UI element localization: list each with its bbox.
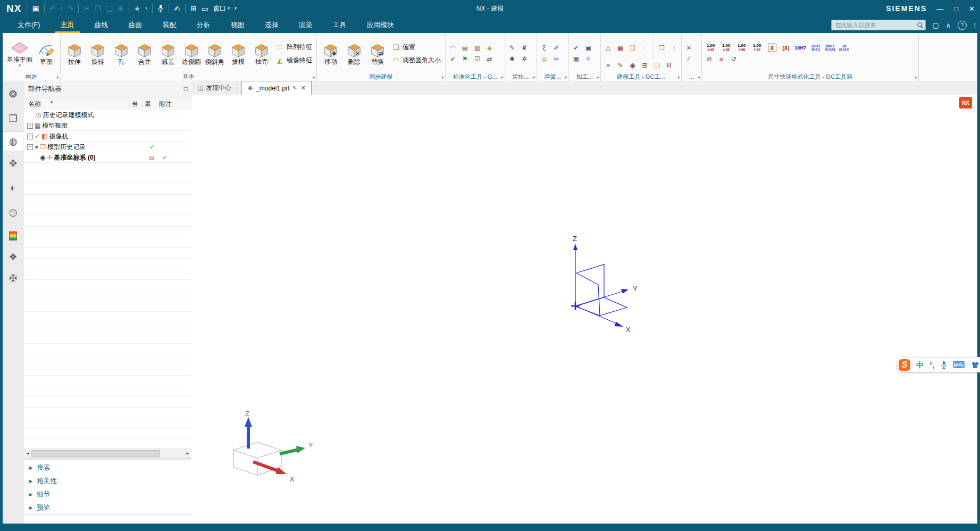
ime-language-mode[interactable]: 中: [916, 361, 924, 369]
group-label-synchronous[interactable]: 同步建模▾: [317, 73, 445, 81]
folder-add-icon[interactable]: ❏: [627, 44, 638, 53]
menu-tab-surface[interactable]: 曲面: [119, 17, 153, 33]
revolve-button[interactable]: 旋转: [86, 42, 110, 65]
tree-row-history-mode[interactable]: ◷ 历史记录建模模式: [24, 110, 191, 120]
float-panel-icon[interactable]: □: [184, 85, 188, 93]
chevron-down-icon[interactable]: ▾: [19, 63, 21, 68]
triangle-icon[interactable]: △: [603, 44, 613, 53]
undo-icon[interactable]: ↶: [49, 5, 56, 12]
roles-icon[interactable]: ✠: [3, 268, 23, 288]
copy-icon[interactable]: ❐: [95, 5, 102, 12]
tab-model1-prt[interactable]: ❖ _model1.prt ✎ ✕: [241, 81, 312, 95]
layers-icon[interactable]: ▤: [460, 44, 470, 53]
minimize-button[interactable]: —: [936, 5, 943, 13]
menu-tab-tools[interactable]: 工具: [323, 17, 357, 33]
check-icon[interactable]: ✔: [571, 44, 581, 53]
command-search[interactable]: [831, 20, 926, 30]
scroll-right-icon[interactable]: ▸: [184, 449, 191, 457]
expander-icon[interactable]: +: [27, 123, 33, 129]
tree-row-datum-csys[interactable]: ◉ ✛ 基准坐标系 (0) ▤ ✓: [24, 152, 191, 163]
search-input[interactable]: [834, 21, 917, 29]
visual-reports-icon[interactable]: ❖: [3, 247, 23, 267]
doc-swap-icon[interactable]: ⇄: [484, 55, 495, 64]
graphics-viewport[interactable]: Z Y X Z Y: [192, 95, 977, 524]
chevron-down-icon[interactable]: ▾: [678, 74, 680, 81]
section-preview[interactable]: ▶预览: [24, 501, 191, 515]
tree-row-model-views[interactable]: + ▦ 模型视图: [24, 120, 191, 131]
ime-skin-icon[interactable]: [971, 361, 979, 369]
close-button[interactable]: ✕: [969, 5, 975, 13]
gears-icon[interactable]: ✲: [520, 55, 530, 64]
chevron-down-icon[interactable]: ▾: [698, 74, 700, 81]
redo-icon[interactable]: ↷: [67, 5, 73, 12]
assembly-navigator-icon[interactable]: ❒: [3, 109, 23, 129]
cut-icon[interactable]: ✂: [83, 5, 90, 12]
slash-dim-icon[interactable]: ⁄: [684, 55, 694, 64]
radius-dim-icon[interactable]: R: [664, 61, 674, 70]
menu-tab-home[interactable]: 主页: [51, 17, 85, 33]
window-layout-icon[interactable]: ▭: [202, 5, 208, 12]
web-browser-icon[interactable]: ◐: [3, 178, 23, 198]
reference-dim-button[interactable]: (X): [782, 45, 789, 51]
shell-button[interactable]: 抽壳: [250, 42, 273, 65]
surface-check-icon[interactable]: ◠: [448, 44, 458, 53]
chevron-down-icon[interactable]: ▾: [915, 74, 917, 81]
gear-edit-icon[interactable]: ✱: [507, 55, 517, 64]
table-icon[interactable]: ▦: [615, 44, 625, 53]
draft-button[interactable]: 拔模: [227, 42, 250, 65]
section-search[interactable]: ▶搜索: [24, 461, 191, 475]
replace-face-button[interactable]: ⇄替换: [366, 42, 389, 65]
nx-news-badge[interactable]: NX: [959, 97, 972, 109]
menu-tab-curve[interactable]: 曲线: [85, 17, 119, 33]
edge-blend-button[interactable]: 边倒圆: [180, 42, 203, 65]
offset-button[interactable]: ❏偏置: [391, 43, 441, 52]
x-mark-icon[interactable]: ✕: [684, 44, 694, 53]
toolbar-more-icon[interactable]: ▾: [234, 5, 237, 12]
dim-height-icon[interactable]: ↕: [669, 44, 679, 53]
spring-draw-icon[interactable]: ✐: [551, 44, 562, 53]
tolerance-style-button[interactable]: 1.00±.05: [704, 44, 717, 52]
datum-plane-button[interactable]: 基准平面 ▾: [5, 40, 35, 68]
unite-button[interactable]: 合并: [133, 42, 156, 65]
tab-discovery-center[interactable]: ◫ 发现中心: [192, 81, 237, 95]
menu-tab-assembly[interactable]: 装配: [153, 17, 187, 33]
constraint-navigator-icon[interactable]: ✥: [3, 153, 23, 173]
no-radius-icon[interactable]: ⊘: [704, 54, 714, 63]
cascade-windows-icon[interactable]: ⊞: [190, 5, 197, 12]
extrude-button[interactable]: 拉伸: [63, 42, 86, 65]
boxed-dim-button[interactable]: X: [768, 44, 776, 52]
menu-tab-file[interactable]: 文件(F): [7, 17, 51, 33]
tolerance-style-button[interactable]: 1.00+.89: [750, 44, 764, 52]
hole-button[interactable]: 孔: [110, 42, 133, 65]
washer-icon[interactable]: ◎: [539, 55, 549, 64]
csys-pink-icon[interactable]: ✛: [583, 55, 593, 64]
move-rotate-icon[interactable]: ⊕: [118, 5, 124, 12]
fit-tolerance-button[interactable]: 10H7: [795, 45, 807, 51]
group-label-collapsed[interactable]: ...▾: [682, 73, 701, 81]
flag-check-icon[interactable]: ⚑: [460, 55, 470, 64]
brush-dim-icon[interactable]: ✎: [615, 61, 625, 70]
horizontal-scrollbar[interactable]: ◂ ▸: [24, 449, 191, 458]
chevron-down-icon[interactable]: ▾: [533, 74, 535, 81]
tag-icon[interactable]: ◈: [484, 44, 495, 53]
dimension-pen-icon[interactable]: ✎: [507, 44, 517, 53]
move-face-button[interactable]: ✥移动: [319, 42, 342, 65]
binoculars-icon[interactable]: ◉: [627, 61, 638, 70]
ime-keyboard-icon[interactable]: ⌨: [953, 361, 965, 369]
gear-target-icon[interactable]: ❂: [3, 84, 23, 104]
layer-settings-icon[interactable]: ▥: [472, 44, 482, 53]
fit-tolerance-button[interactable]: 10[8.015]: [839, 44, 849, 52]
touch-mode-icon[interactable]: ✍: [174, 5, 180, 12]
clipboard-icon[interactable]: ▣: [583, 44, 593, 53]
panel-resize-handle[interactable]: [24, 457, 191, 460]
pattern-feature-button[interactable]: ∷阵列特征: [275, 43, 312, 52]
section-details[interactable]: ▶细节: [24, 488, 191, 502]
minimize-ribbon-icon[interactable]: ∧: [946, 21, 951, 29]
sketch-button[interactable]: 草图: [35, 42, 58, 65]
search-icon[interactable]: [917, 22, 924, 29]
column-latest[interactable]: 最: [145, 99, 151, 109]
tab-close-icon[interactable]: ✕: [301, 85, 306, 92]
note-icon[interactable]: ≡: [603, 61, 613, 70]
chevron-down-icon[interactable]: ▾: [441, 74, 443, 81]
part-check-icon[interactable]: ✔: [448, 55, 458, 64]
